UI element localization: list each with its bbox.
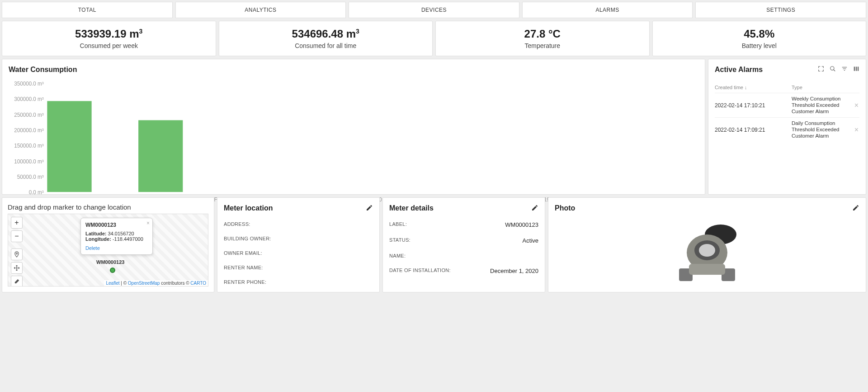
svg-rect-29: [856, 67, 857, 71]
stat-label: Temperature: [442, 42, 643, 49]
stat-value: 533939.19 m: [75, 28, 139, 40]
svg-rect-38: [689, 264, 725, 275]
alarm-time: 2022-02-14 17:10:21: [715, 102, 792, 109]
meter-details-title: Meter details: [389, 204, 538, 212]
tab-settings[interactable]: SETTINGS: [695, 2, 866, 18]
edit-icon[interactable]: [852, 204, 859, 211]
meter-details: Meter details LABEL:WM0000123STATUS:Acti…: [382, 197, 545, 292]
stat-unit: 3: [139, 28, 143, 35]
alarm-row[interactable]: 2022-02-14 17:09:21Daily Consumption Thr…: [715, 117, 859, 142]
detail-key: RENTER NAME:: [224, 265, 263, 270]
detail-row: OWNER EMAIL:: [224, 246, 373, 260]
tab-total[interactable]: TOTAL: [2, 2, 173, 18]
stat-consumed-week: 533939.19 m3 Consumed per week: [2, 21, 216, 56]
svg-text:200000.0 m³: 200000.0 m³: [14, 127, 43, 133]
map-marker[interactable]: [110, 268, 115, 273]
stat-label: Battery level: [659, 42, 860, 49]
search-icon[interactable]: [830, 66, 836, 72]
detail-row: RENTER PHONE:: [224, 275, 373, 289]
stat-battery: 45.8% Battery level: [652, 21, 867, 56]
delete-link[interactable]: Delete: [85, 245, 100, 251]
zoom-in-button[interactable]: +: [11, 217, 23, 229]
zoom-out-button[interactable]: −: [11, 230, 23, 242]
stat-value: 45.8%: [744, 28, 774, 40]
erase-button[interactable]: [11, 276, 23, 287]
detail-key: DATE OF INSTALLATION:: [389, 268, 451, 274]
stat-label: Consumed for all time: [226, 42, 426, 49]
water-consumption-chart: Water Consumption 350000.0 m³ 300000.0 m…: [2, 59, 705, 195]
detail-key: ADDRESS:: [224, 221, 250, 227]
move-button[interactable]: [11, 262, 23, 274]
map-title: Drag and drop marker to change location: [8, 203, 208, 211]
stat-value: 534696.48 m: [292, 28, 356, 40]
edit-icon[interactable]: [531, 204, 538, 211]
svg-text:100000.0 m³: 100000.0 m³: [14, 158, 43, 164]
svg-text:350000.0 m³: 350000.0 m³: [14, 81, 43, 86]
detail-row: DATE OF INSTALLATION:December 1, 2020: [389, 263, 538, 279]
chart-title: Water Consumption: [9, 66, 698, 74]
stat-value: 27.8 °C: [524, 28, 561, 40]
alarm-type: Daily Consumption Threshold Exceeded Cus…: [792, 120, 854, 139]
stat-temperature: 27.8 °C Temperature: [435, 21, 650, 56]
meter-photo: [555, 217, 859, 288]
photo-title: Photo: [555, 204, 859, 212]
edit-icon[interactable]: [366, 204, 373, 211]
svg-text:0.0 m³: 0.0 m³: [29, 189, 44, 195]
svg-point-31: [16, 253, 18, 254]
osm-link[interactable]: OpenStreetMap: [128, 281, 160, 286]
map-card: Drag and drop marker to change location …: [2, 197, 214, 292]
stat-unit: 3: [356, 28, 359, 35]
columns-icon[interactable]: [853, 66, 859, 72]
detail-row: RENTER NAME:: [224, 260, 373, 275]
svg-text:50000.0 m³: 50000.0 m³: [17, 174, 44, 180]
filter-icon[interactable]: [841, 66, 848, 72]
tab-devices[interactable]: DEVICES: [349, 2, 519, 18]
alarm-row[interactable]: 2022-02-14 17:10:21Weekly Consumption Th…: [715, 93, 859, 117]
alarm-time: 2022-02-14 17:09:21: [715, 127, 792, 133]
tab-bar: TOTAL ANALYTICS DEVICES ALARMS SETTINGS: [2, 2, 866, 18]
svg-point-23: [830, 67, 834, 70]
stat-consumed-all: 534696.48 m3 Consumed for all time: [219, 21, 433, 56]
detail-row: ADDRESS:: [224, 217, 373, 231]
locate-button[interactable]: [11, 249, 23, 260]
detail-key: BUILDING OWNER:: [224, 236, 271, 241]
chart-bar: [47, 101, 91, 192]
meter-location-title: Meter location: [224, 204, 373, 212]
close-icon[interactable]: ×: [854, 126, 859, 134]
svg-rect-28: [854, 67, 855, 71]
carto-link[interactable]: CARTO: [190, 281, 206, 286]
stat-row: 533939.19 m3 Consumed per week 534696.48…: [2, 21, 866, 56]
sort-down-icon[interactable]: ↓: [745, 85, 747, 90]
marker-label: WM0000123: [96, 259, 124, 265]
detail-row: BUILDING OWNER:: [224, 231, 373, 246]
popup-title: WM0000123: [85, 222, 148, 228]
detail-key: OWNER EMAIL:: [224, 250, 262, 256]
detail-key: RENTER PHONE:: [224, 279, 266, 285]
leaflet-link[interactable]: Leaflet: [106, 281, 119, 286]
tab-analytics[interactable]: ANALYTICS: [175, 2, 346, 18]
svg-point-35: [699, 244, 715, 257]
detail-row: NAME:: [389, 249, 538, 263]
map-attribution: Leaflet | © OpenStreetMap contributors ©…: [104, 280, 208, 286]
lat-label: Latitude:: [85, 231, 106, 236]
tab-alarms[interactable]: ALARMS: [522, 2, 693, 18]
detail-row: LABEL:WM0000123: [389, 217, 538, 233]
alarm-col-time[interactable]: Created time: [715, 85, 743, 90]
close-icon[interactable]: ×: [854, 101, 859, 110]
close-icon[interactable]: ×: [146, 220, 150, 226]
lat-value: 34.0156720: [108, 231, 134, 236]
svg-rect-30: [858, 67, 859, 71]
detail-row: STATUS:Active: [389, 233, 538, 249]
fullscreen-icon[interactable]: [818, 66, 824, 72]
detail-value: WM0000123: [505, 221, 538, 228]
chart-svg: 350000.0 m³ 300000.0 m³ 250000.0 m³ 2000…: [9, 78, 698, 204]
photo-card: Photo: [548, 197, 866, 292]
active-alarms: Active Alarms Created time ↓ Type 2022-0…: [708, 59, 866, 195]
alarm-col-type[interactable]: Type: [792, 85, 802, 90]
map[interactable]: + − WM0000123 × WM0000123 Latitude: 34.0: [8, 214, 208, 287]
svg-text:300000.0 m³: 300000.0 m³: [14, 96, 43, 102]
lon-label: Longitude:: [85, 236, 111, 242]
svg-text:250000.0 m³: 250000.0 m³: [14, 111, 43, 117]
stat-label: Consumed per week: [9, 42, 209, 49]
alarm-type: Weekly Consumption Threshold Exceeded Cu…: [792, 96, 854, 115]
